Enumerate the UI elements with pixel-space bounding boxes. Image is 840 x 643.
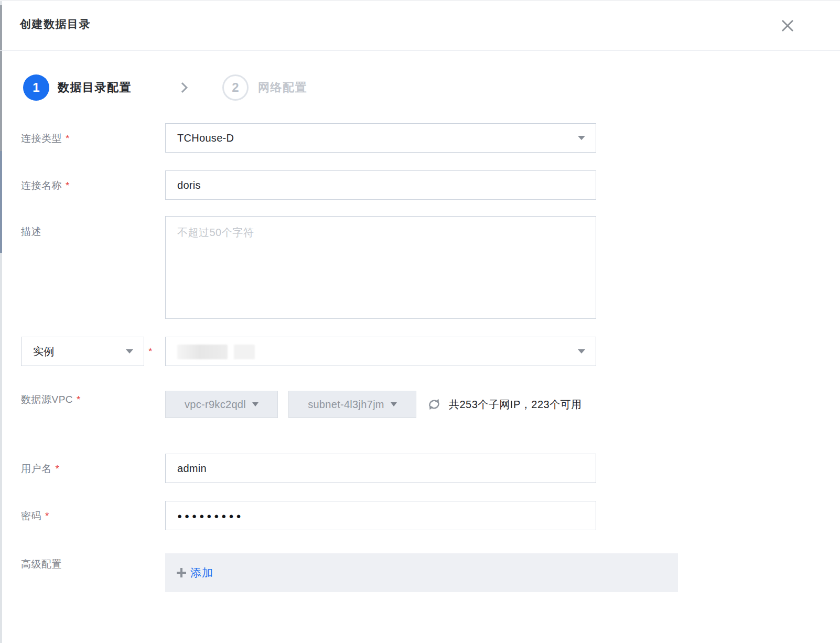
connection-type-label: 连接类型 *: [21, 132, 70, 145]
chevron-down-icon: [578, 136, 585, 140]
close-icon: [778, 16, 797, 35]
add-label: 添加: [190, 565, 213, 580]
step-2-indicator: 2: [222, 74, 249, 101]
advanced-config-label: 高级配置: [21, 558, 62, 571]
step-1-label: 数据目录配置: [58, 74, 132, 101]
description-label: 描述: [21, 226, 41, 238]
connection-name-label: 连接名称 *: [21, 179, 70, 192]
redacted-instance-value: [177, 345, 228, 359]
connection-name-value: doris: [177, 171, 201, 199]
instance-kind-select[interactable]: 实例: [21, 337, 144, 366]
required-marker: *: [56, 463, 60, 475]
close-button[interactable]: [778, 16, 797, 35]
add-advanced-config-button[interactable]: 添加: [177, 553, 213, 592]
required-marker: *: [77, 393, 81, 406]
vpc-label: 数据源VPC *: [21, 393, 81, 406]
subnet-value: subnet-4l3jh7jm: [308, 399, 384, 411]
required-marker: *: [45, 510, 49, 522]
connection-type-select[interactable]: TCHouse-D: [165, 123, 596, 153]
password-input[interactable]: ●●●●●●●●●: [165, 501, 596, 530]
instance-kind-value: 实例: [33, 337, 55, 366]
redacted-instance-value: [234, 345, 255, 359]
chevron-down-icon: [578, 349, 585, 353]
required-marker: *: [66, 132, 70, 145]
refresh-icon: [427, 397, 441, 412]
instance-select[interactable]: [165, 337, 596, 366]
vpc-value: vpc-r9kc2qdl: [185, 399, 246, 411]
username-value: admin: [177, 454, 207, 483]
plus-icon: [177, 568, 186, 577]
password-masked-value: ●●●●●●●●●: [177, 501, 244, 530]
username-label: 用户名 *: [21, 463, 59, 475]
instance-required: *: [148, 345, 153, 358]
required-marker: *: [148, 345, 153, 358]
refresh-button[interactable]: [427, 397, 441, 412]
header-divider: [0, 50, 840, 51]
password-label: 密码 *: [21, 510, 49, 522]
subnet-select-disabled: subnet-4l3jh7jm: [288, 391, 416, 418]
chevron-down-icon: [252, 402, 259, 406]
connection-name-input[interactable]: doris: [165, 170, 596, 200]
advanced-config-panel: 添加: [165, 553, 678, 592]
create-data-catalog-dialog: 创建数据目录 1 数据目录配置 2 网络配置 连接类型 * TCHouse-D …: [0, 0, 840, 643]
vpc-select-disabled: vpc-r9kc2qdl: [165, 391, 278, 418]
subnet-ip-summary: 共253个子网IP，223个可用: [449, 391, 582, 418]
required-marker: *: [66, 179, 70, 192]
dialog-title: 创建数据目录: [20, 17, 91, 31]
description-textarea[interactable]: 不超过50个字符: [165, 216, 596, 319]
connection-type-value: TCHouse-D: [177, 124, 234, 152]
step-arrow-icon: [177, 82, 188, 93]
background-scrollbar-segment: [0, 151, 2, 253]
step-2-label: 网络配置: [258, 74, 307, 101]
description-placeholder: 不超过50个字符: [177, 226, 254, 240]
step-1-indicator: 1: [23, 74, 49, 101]
chevron-down-icon: [391, 402, 397, 406]
username-input[interactable]: admin: [165, 454, 596, 483]
background-scrollbar-segment: [0, 5, 2, 151]
chevron-down-icon: [126, 349, 133, 353]
